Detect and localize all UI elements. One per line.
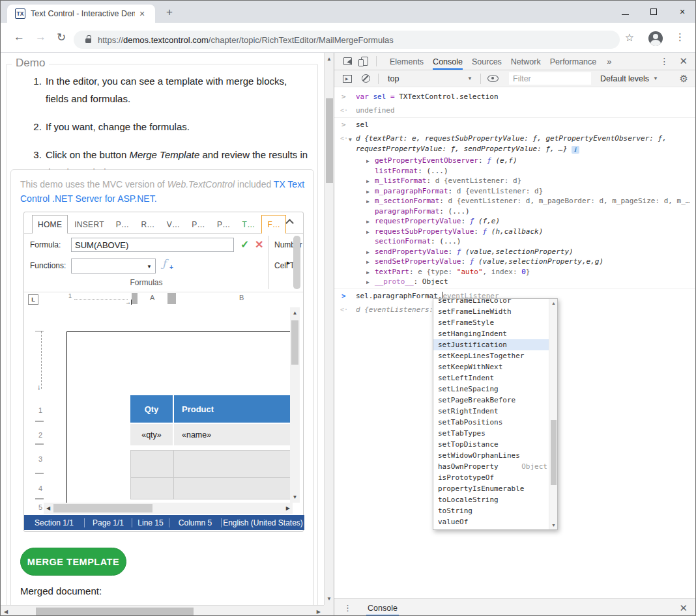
console-property[interactable]: ▶sendSetPropertyValue: ƒ (value,selectio… — [366, 257, 691, 267]
autocomplete-item[interactable]: setTabPositions — [433, 417, 557, 428]
console-property[interactable]: ▶textPart: e {type: "auto", index: 0} — [366, 267, 691, 277]
console-property[interactable]: ▶requestSubPropertyValue: ƒ (h,callback) — [366, 227, 691, 237]
devtools-tab-elements[interactable]: Elements — [390, 53, 424, 70]
console-property[interactable]: ▶m_sectionFormat: d {eventListener: d, m… — [366, 196, 691, 206]
autocomplete-item[interactable]: toString — [433, 505, 557, 516]
disclosure-triangle-icon[interactable]: ▼ — [349, 135, 352, 145]
disclosure-triangle-icon[interactable]: ▶ — [366, 257, 375, 267]
scrollbar-thumb[interactable] — [291, 320, 298, 365]
insert-function-icon[interactable]: ƒ+ — [162, 257, 175, 272]
console-command[interactable]: > sel — [334, 118, 696, 132]
drawer-menu-icon[interactable]: ⋮ — [343, 603, 352, 613]
disclosure-triangle-icon[interactable]: ▶ — [366, 197, 375, 206]
devtools-menu-icon[interactable]: ⋮ — [660, 56, 669, 66]
ruler-column-handle[interactable] — [167, 293, 176, 304]
url-bar[interactable]: https://demos.textcontrol.com/chapter/to… — [74, 31, 620, 49]
autocomplete-item[interactable]: setJustification — [433, 339, 557, 350]
console-property[interactable]: ▶sendPropertyValue: ƒ (value,selectionPr… — [366, 247, 691, 257]
devtools-tab-console[interactable]: Console — [433, 53, 463, 70]
clear-console-icon[interactable] — [362, 74, 370, 83]
autocomplete-item[interactable]: hasOwnPropertyObject — [433, 461, 557, 472]
disclosure-triangle-icon[interactable]: ▶ — [366, 187, 375, 197]
table-cell-name-field[interactable]: «name» — [174, 424, 293, 445]
scroll-up-icon[interactable]: ▲ — [290, 310, 300, 316]
context-selector[interactable]: top ▼ — [388, 74, 472, 83]
table-header-qty[interactable]: Qty — [130, 395, 173, 423]
autocomplete-item[interactable]: setWidowOrphanLines — [433, 450, 557, 461]
log-levels-selector[interactable]: Default levels ▼ — [600, 74, 658, 83]
apply-formula-check-icon[interactable]: ✓ — [240, 238, 249, 251]
editor-vertical-scrollbar[interactable]: ▲ ▼ — [290, 307, 300, 503]
disclosure-triangle-icon[interactable]: ▶ — [366, 277, 375, 287]
functions-select[interactable]: ▼ — [71, 259, 156, 273]
live-expression-eye-icon[interactable] — [487, 75, 499, 82]
scroll-left-icon[interactable]: ◀ — [46, 505, 50, 511]
info-badge-icon[interactable]: i — [572, 146, 579, 154]
disclosure-triangle-icon[interactable]: ▶ — [366, 268, 375, 277]
scroll-up-icon[interactable]: ▲ — [549, 301, 558, 305]
ribbon-tab-r[interactable]: R… — [136, 216, 160, 233]
formula-input[interactable] — [71, 238, 234, 252]
console-property[interactable]: ▶m_listFormat: d {eventListener: d} — [366, 176, 691, 186]
scrollbar-thumb[interactable] — [326, 98, 333, 183]
autocomplete-item[interactable]: setPageBreakBefore — [433, 395, 557, 406]
disclosure-triangle-icon[interactable]: ▶ — [366, 156, 375, 166]
autocomplete-item[interactable]: isPrototypeOf — [433, 472, 557, 483]
page-horizontal-scrollbar[interactable]: ◀ ▶ — [1, 605, 324, 616]
tab-stop-marker-icon[interactable]: → — [125, 299, 132, 305]
console-property[interactable]: ▶__proto__: Object — [366, 277, 691, 287]
autocomplete-item[interactable]: valueOf — [433, 516, 557, 527]
console-property[interactable]: ▶getPropertyEventObserver: ƒ (e,f) — [366, 156, 691, 166]
scroll-right-icon[interactable]: ▶ — [286, 505, 290, 511]
devtools-tab-sources[interactable]: Sources — [472, 53, 502, 70]
merge-template-button[interactable]: MERGE TEMPLATE — [20, 548, 126, 576]
editor-horizontal-scrollbar[interactable]: ◀ ▶ — [44, 503, 293, 514]
panel-scroll-strip[interactable] — [293, 236, 300, 289]
scrollbar-thumb[interactable] — [53, 504, 152, 512]
document-area[interactable]: ↓ 1234 Qty Product «qty» «name» — [24, 307, 303, 503]
devtools-tab-performance[interactable]: Performance — [550, 53, 597, 70]
table-header-product[interactable]: Product — [174, 395, 293, 423]
drawer-console-tab[interactable]: Console — [366, 600, 399, 616]
disclosure-triangle-icon[interactable]: ▶ — [366, 176, 375, 186]
disclosure-triangle-icon[interactable]: ▶ — [366, 217, 375, 227]
ruler-column-handle[interactable] — [132, 293, 138, 304]
maximize-button[interactable] — [639, 7, 668, 17]
ribbon-tab-home[interactable]: HOME — [32, 215, 68, 234]
ribbon-tab-insert[interactable]: INSERT — [69, 216, 109, 233]
console-property[interactable]: ▶requestPropertyValue: ƒ (f,e) — [366, 216, 691, 227]
browser-tab[interactable]: TX Text Control - Interactive Demo E × — [7, 5, 155, 23]
ribbon-tab-p[interactable]: P… — [212, 216, 236, 233]
close-button[interactable]: × — [668, 7, 696, 17]
autocomplete-item[interactable]: setLeftIndent — [433, 372, 557, 384]
console-settings-gear-icon[interactable]: ⚙ — [680, 73, 688, 85]
devtools-close-icon[interactable]: ✕ — [679, 55, 688, 67]
inspect-element-icon[interactable] — [343, 57, 352, 65]
cancel-formula-x-icon[interactable]: ✕ — [255, 238, 263, 251]
page-vertical-scrollbar[interactable]: ▲ ▼ — [324, 53, 334, 605]
scroll-up-icon[interactable]: ▲ — [326, 56, 332, 62]
bookmark-star-icon[interactable]: ☆ — [625, 31, 634, 44]
console-property[interactable]: paragraphFormat: (...) — [366, 206, 691, 217]
scroll-down-icon[interactable]: ▼ — [326, 596, 332, 602]
autocomplete-item[interactable]: setFrameLineColor — [433, 298, 557, 306]
autocomplete-item[interactable]: setHangingIndent — [433, 328, 557, 339]
autocomplete-item[interactable]: setTopDistance — [433, 439, 557, 450]
ruler-corner[interactable]: L — [28, 294, 38, 305]
reload-icon[interactable]: ↻ — [57, 31, 66, 44]
ribbon-tab-t[interactable]: T… — [237, 216, 261, 233]
autocomplete-item[interactable]: setRightIndent — [433, 406, 557, 417]
ribbon-tab-p[interactable]: P… — [111, 216, 135, 233]
scrollbar-thumb[interactable] — [551, 420, 557, 485]
minimize-button[interactable] — [611, 7, 639, 17]
drawer-close-icon[interactable]: ✕ — [679, 602, 688, 614]
scroll-down-icon[interactable]: ▼ — [290, 494, 300, 500]
scroll-down-icon[interactable]: ▼ — [549, 523, 558, 527]
dropdown-scrollbar[interactable]: ▲ ▼ — [549, 299, 557, 529]
ribbon-tab-f[interactable]: F… — [261, 215, 286, 234]
autocomplete-item[interactable]: propertyIsEnumerable — [433, 483, 557, 494]
more-tabs-icon[interactable]: » — [607, 57, 611, 66]
autocomplete-item[interactable]: setTabTypes — [433, 428, 557, 439]
console-property[interactable]: listFormat: (...) — [366, 166, 691, 176]
panel-expand-arrow-icon[interactable]: ▶ — [287, 260, 290, 266]
